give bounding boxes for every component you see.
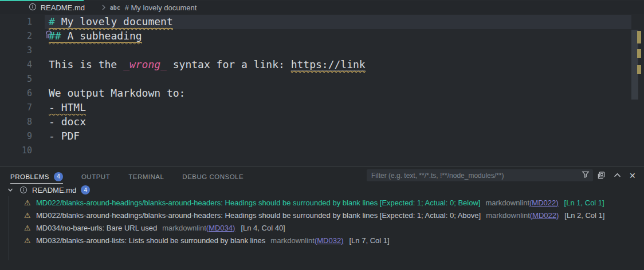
line-number: 8 bbox=[0, 115, 34, 129]
editor[interactable]: 1 2 3 4 5 6 7 8 9 10 # My lovely documen… bbox=[0, 14, 644, 166]
panel-actions: ✕ bbox=[597, 169, 636, 181]
code-line-6[interactable]: We output Markdown to: bbox=[49, 86, 575, 101]
list-item-text: - PDF bbox=[49, 130, 80, 142]
code-line-8[interactable]: - docx bbox=[49, 115, 575, 129]
line-number: 4 bbox=[0, 58, 34, 72]
maximize-panel-icon[interactable] bbox=[614, 172, 621, 179]
line-number: 6 bbox=[0, 86, 34, 101]
filter-funnel-icon[interactable] bbox=[582, 170, 590, 181]
code-line-7[interactable]: - HTML bbox=[49, 101, 575, 115]
overview-ruler-warning-mark bbox=[637, 49, 641, 58]
tab-label: TERMINAL bbox=[128, 173, 164, 180]
problem-source: markdownlint bbox=[486, 211, 530, 220]
breadcrumb-symbol[interactable]: # My lovely document bbox=[125, 3, 197, 12]
problem-code-link[interactable]: (MD022) bbox=[530, 211, 559, 220]
breadcrumb: README.md abc # My lovely document bbox=[0, 1, 644, 14]
problem-source: markdownlint bbox=[270, 236, 315, 245]
line-number: 1 bbox=[0, 15, 34, 29]
line-number: 5 bbox=[0, 72, 34, 86]
problem-position: [Ln 4, Col 40] bbox=[241, 224, 285, 232]
problems-file-name: README.md bbox=[32, 186, 76, 194]
heading-text: A subheading bbox=[61, 30, 142, 42]
problem-message: MD022/blanks-around-headings/blanks-arou… bbox=[36, 198, 480, 207]
line-number: 10 bbox=[0, 144, 34, 158]
problem-code-link[interactable]: (MD034) bbox=[206, 224, 235, 232]
warning-icon: ⚠ bbox=[24, 224, 32, 232]
cursor-decoration-icon bbox=[45, 30, 54, 43]
close-panel-icon[interactable]: ✕ bbox=[629, 171, 636, 180]
problems-filter bbox=[367, 169, 593, 181]
problem-position: [Ln 1, Col 1] bbox=[564, 198, 604, 207]
tab-label: DEBUG CONSOLE bbox=[182, 173, 244, 180]
problem-code-link[interactable]: (MD022) bbox=[529, 198, 559, 207]
line-number-gutter: 1 2 3 4 5 6 7 8 9 10 bbox=[0, 15, 34, 158]
plain-text: This is the bbox=[49, 58, 123, 70]
tab-label: OUTPUT bbox=[81, 173, 110, 180]
info-icon bbox=[19, 186, 28, 194]
problem-row[interactable]: ⚠ MD022/blanks-around-headings/blanks-ar… bbox=[0, 196, 644, 209]
problem-row[interactable]: ⚠ MD032/blanks-around-lists: Lists shoul… bbox=[0, 234, 644, 247]
bottom-panel: PROBLEMS 4 OUTPUT TERMINAL DEBUG CONSOLE… bbox=[0, 166, 644, 270]
breadcrumb-file[interactable]: README.md bbox=[41, 3, 85, 12]
panel-tabs: PROBLEMS 4 OUTPUT TERMINAL DEBUG CONSOLE bbox=[10, 170, 262, 184]
filter-input[interactable] bbox=[370, 171, 582, 180]
heading-text: My lovely document bbox=[55, 15, 173, 27]
vscode-window: README.md abc # My lovely document 1 2 3… bbox=[0, 0, 644, 270]
code-line-5[interactable] bbox=[49, 72, 575, 86]
line-number: 3 bbox=[0, 43, 34, 58]
warning-icon: ⚠ bbox=[24, 199, 32, 207]
overview-ruler-warning-mark bbox=[637, 31, 641, 43]
problem-row[interactable]: ⚠ MD034/no-bare-urls: Bare URL used mark… bbox=[0, 221, 644, 234]
chevron-down-icon[interactable] bbox=[7, 186, 14, 193]
problem-code-link[interactable]: (MD032) bbox=[315, 236, 344, 245]
tab-problems[interactable]: PROBLEMS 4 bbox=[10, 170, 63, 184]
line-number: 2 bbox=[0, 29, 34, 43]
problem-source: markdownlint bbox=[485, 198, 529, 207]
emphasis-text: _wrong_ bbox=[123, 58, 167, 70]
list-item-text: - docx bbox=[49, 116, 86, 128]
list-item-text: - HTML bbox=[49, 101, 86, 114]
tab-terminal[interactable]: TERMINAL bbox=[128, 170, 164, 184]
problems-list: ⚠ MD022/blanks-around-headings/blanks-ar… bbox=[0, 196, 644, 247]
problem-position: [Ln 2, Col 1] bbox=[564, 211, 604, 220]
overview-ruler-warning-mark bbox=[637, 65, 641, 74]
code-line-4[interactable]: This is the _wrong_ syntax for a link: h… bbox=[49, 58, 575, 72]
tab-label: PROBLEMS bbox=[10, 173, 49, 180]
symbol-string-icon: abc bbox=[110, 5, 120, 11]
code-line-2[interactable]: ## A subheading bbox=[49, 29, 575, 43]
plain-text: syntax for a link: bbox=[167, 58, 291, 70]
problem-message: MD034/no-bare-urls: Bare URL used bbox=[36, 224, 157, 232]
heading-marker: # bbox=[49, 15, 55, 27]
bare-url-link[interactable]: https://link bbox=[291, 58, 366, 70]
problems-file-group[interactable]: README.md 4 bbox=[0, 184, 644, 196]
code-area[interactable]: # My lovely document ## A subheading Thi… bbox=[49, 15, 575, 158]
file-problems-count-badge: 4 bbox=[81, 185, 90, 194]
tab-output[interactable]: OUTPUT bbox=[81, 170, 110, 184]
views-icon[interactable] bbox=[597, 171, 606, 180]
code-line-1[interactable]: # My lovely document bbox=[49, 15, 575, 29]
plain-text: We output Markdown to: bbox=[49, 87, 185, 99]
warning-icon: ⚠ bbox=[24, 212, 32, 219]
warning-icon: ⚠ bbox=[24, 237, 32, 244]
code-line-9[interactable]: - PDF bbox=[49, 129, 575, 144]
problem-row[interactable]: ⚠ MD022/blanks-around-headings/blanks-ar… bbox=[0, 209, 644, 221]
problems-count-badge: 4 bbox=[54, 172, 63, 181]
line-number: 7 bbox=[0, 101, 34, 115]
problem-source: markdownlint bbox=[162, 224, 206, 232]
problem-message: MD022/blanks-around-headings/blanks-arou… bbox=[36, 211, 481, 220]
tab-debug-console[interactable]: DEBUG CONSOLE bbox=[182, 170, 244, 184]
line-number: 9 bbox=[0, 129, 34, 144]
problem-position: [Ln 7, Col 1] bbox=[350, 236, 390, 245]
code-line-10[interactable] bbox=[49, 144, 575, 158]
problem-message: MD032/blanks-around-lists: Lists should … bbox=[36, 236, 265, 245]
code-line-3[interactable] bbox=[49, 43, 575, 58]
